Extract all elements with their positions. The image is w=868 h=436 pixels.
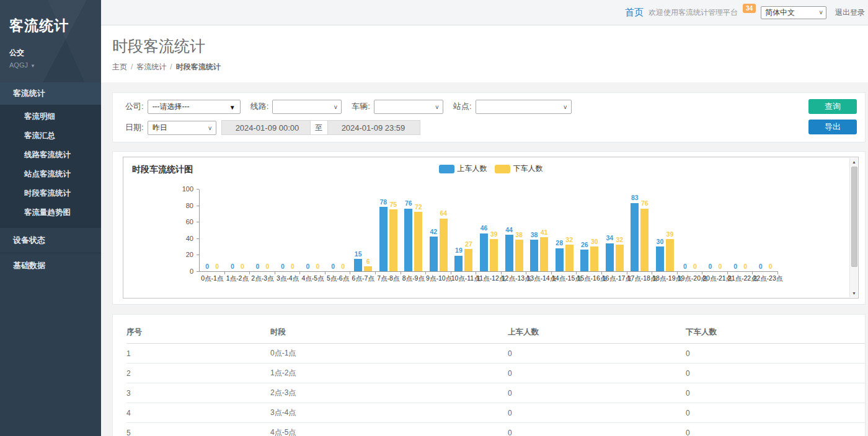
company-select[interactable]: ---请选择--- ▼: [148, 100, 241, 114]
bar-wrap: 0: [264, 263, 272, 272]
date-end-input[interactable]: [328, 120, 420, 135]
bar-value-label: 34: [606, 235, 613, 242]
table-cell: 4: [126, 403, 270, 423]
x-tick-label: 2点-3点: [250, 274, 275, 283]
chevron-down-icon: ˅: [334, 101, 337, 114]
table-cell: 0: [508, 403, 686, 423]
legend-item[interactable]: 下车人数: [495, 164, 543, 174]
bar-wrap: 78: [379, 199, 388, 271]
breadcrumb-separator: /: [170, 63, 172, 71]
bar-value-label: 38: [515, 232, 523, 238]
table-cell: 0: [686, 423, 865, 436]
chart-plot: 000点-1点001点-2点002点-3点003点-4点004点-5点005点-…: [199, 190, 778, 272]
scrollbar-thumb[interactable]: [851, 167, 857, 267]
bar: [414, 212, 422, 271]
breadcrumb: 主页/客流统计/时段客流统计: [112, 62, 868, 72]
bar: [389, 209, 397, 271]
chart-header: 时段车流统计图 上车人数下车人数: [132, 164, 849, 175]
breadcrumb-item[interactable]: 客流统计: [136, 63, 166, 71]
bar-group: 0022点-23点: [753, 189, 778, 271]
breadcrumb-item: 时段客流统计: [176, 63, 221, 71]
bar: [656, 246, 664, 271]
bar-value-label: 41: [541, 229, 548, 236]
bar-value-label: 83: [631, 194, 639, 201]
station-select[interactable]: ˅: [476, 100, 572, 114]
x-tick-label: 0点-1点: [200, 274, 225, 283]
bar-wrap: 28: [556, 240, 564, 271]
sidebar-item-flow-summary[interactable]: 客流汇总: [0, 126, 101, 146]
vehicle-select[interactable]: ˅: [374, 100, 443, 114]
table-cell: 0点-1点: [270, 344, 508, 364]
sidebar-item-flow-trend-chart[interactable]: 客流量趋势图: [0, 203, 101, 222]
bar-value-label: 0: [719, 263, 722, 270]
sidebar-item-flow-detail[interactable]: 客流明细: [0, 107, 101, 126]
table-cell: 1点-2点: [270, 364, 508, 383]
home-link[interactable]: 首页: [625, 7, 644, 19]
bar-wrap: 64: [440, 210, 448, 271]
bar-value-label: 0: [281, 263, 285, 270]
legend-item[interactable]: 上车人数: [439, 164, 487, 174]
table-column-header: 序号: [126, 322, 270, 344]
bar-wrap: 83: [631, 194, 639, 271]
org-code-label: AQGJ: [9, 61, 28, 69]
chart-scrollbar[interactable]: ▲ ▼: [849, 158, 857, 297]
date-label: 日期:: [125, 122, 144, 133]
period-stats-table: 序号时段上车人数下车人数 10点-1点0021点-2点0032点-3点0043点…: [126, 322, 865, 436]
page-title: 时段客流统计: [112, 36, 868, 56]
export-button[interactable]: 导出: [808, 120, 857, 134]
bar-value-label: 0: [231, 263, 234, 270]
legend-label: 下车人数: [513, 164, 543, 174]
bar-wrap: 0: [339, 263, 347, 272]
sidebar-item-device-status[interactable]: 设备状态: [0, 227, 101, 253]
bar-wrap: 0: [716, 263, 724, 272]
logout-link[interactable]: 退出登录: [835, 7, 865, 18]
bar-wrap: 34: [606, 235, 614, 271]
x-tick-label: 20点-21点: [702, 274, 728, 283]
x-tick-label: 17点-18点: [627, 274, 653, 283]
sidebar-item-period-flow-stats[interactable]: 时段客流统计: [0, 184, 101, 203]
bar-group: 1566点-7点: [350, 189, 376, 271]
filter-buttons: 查询 导出: [808, 99, 857, 134]
sidebar-item-line-flow-stats[interactable]: 线路客流统计: [0, 146, 101, 165]
table-cell: 1: [126, 344, 270, 364]
bar-wrap: 0: [314, 263, 322, 272]
bar-group: 78757点-8点: [376, 189, 401, 271]
table-row: 54点-5点00: [126, 423, 865, 436]
scroll-down-icon[interactable]: ▼: [850, 289, 858, 297]
bar-value-label: 0: [769, 263, 773, 270]
bar-wrap: 30: [590, 238, 598, 271]
sidebar-item-station-flow-stats[interactable]: 站点客流统计: [0, 165, 101, 184]
date-to-label: 至: [311, 120, 328, 135]
table-cell: 0: [686, 364, 865, 383]
table-cell: 0: [686, 403, 865, 423]
line-select[interactable]: ˅: [272, 100, 342, 114]
bar-group: 0019点-20点: [678, 189, 703, 271]
table-column-header: 时段: [270, 322, 508, 344]
sidebar-item-base-data[interactable]: 基础数据: [0, 253, 101, 278]
bar-value-label: 0: [255, 263, 259, 270]
bar-wrap: 75: [389, 201, 397, 271]
breadcrumb-item[interactable]: 主页: [112, 63, 127, 71]
bar-wrap: 6: [364, 258, 372, 271]
bar-wrap: 76: [404, 200, 412, 271]
bar-value-label: 0: [306, 263, 310, 270]
legend-swatch: [439, 165, 454, 173]
y-axis: 020406080100: [123, 190, 199, 272]
date-preset-select[interactable]: 昨日 ˅: [148, 121, 216, 135]
language-select[interactable]: 简体中文 ˅: [761, 6, 826, 19]
bar: [565, 245, 574, 271]
bar-value-label: 0: [291, 263, 294, 270]
query-button[interactable]: 查询: [808, 99, 857, 114]
bar-value-label: 26: [581, 242, 588, 248]
notification-badge[interactable]: 34: [743, 4, 756, 13]
table-row: 43点-4点00: [126, 403, 865, 423]
date-range-group: 至: [221, 120, 420, 135]
table-cell: 3: [126, 383, 270, 403]
org-code-dropdown[interactable]: AQGJ▼: [0, 58, 101, 69]
date-start-input[interactable]: [221, 120, 311, 135]
bar-wrap: 72: [414, 204, 422, 271]
y-tick-label: 0: [190, 268, 193, 275]
scroll-up-icon[interactable]: ▲: [850, 158, 858, 166]
sidebar-item-passenger-flow-stats[interactable]: 客流统计: [0, 82, 101, 105]
bar: [505, 235, 513, 271]
